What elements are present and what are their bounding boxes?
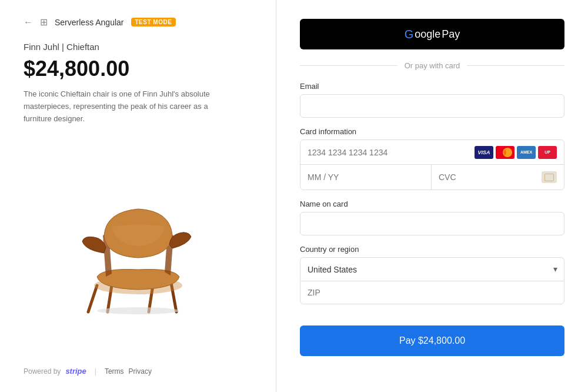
- powered-by-text: Powered by: [24, 367, 61, 376]
- country-select-wrapper: United States ▾: [300, 257, 564, 281]
- left-panel: ← ⊞ Serverless Angular TEST MODE Finn Ju…: [0, 0, 276, 392]
- right-panel: Google Pay Or pay with card Email Card i…: [276, 0, 588, 392]
- email-group: Email: [300, 82, 564, 118]
- svg-point-7: [503, 148, 512, 157]
- email-label: Email: [300, 82, 564, 91]
- svg-line-0: [88, 285, 97, 312]
- stripe-logo: stripe: [65, 367, 86, 376]
- terms-link[interactable]: Terms: [105, 367, 124, 376]
- pay-text: oogle: [415, 28, 440, 41]
- card-info-box: VISA AMEX UP: [300, 139, 564, 190]
- back-button[interactable]: ←: [24, 17, 33, 28]
- product-image-container: [24, 137, 252, 357]
- g-blue: G: [405, 28, 414, 41]
- unionpay-icon: UP: [538, 146, 557, 159]
- card-number-input[interactable]: [308, 148, 475, 157]
- country-group: Country or region United States ▾: [300, 245, 564, 304]
- pay-button[interactable]: Pay $24,800.00: [300, 325, 564, 356]
- name-group: Name on card: [300, 200, 564, 235]
- divider-right: [467, 65, 564, 66]
- cvc-chip-icon: [542, 171, 557, 183]
- pay-label: Pay: [442, 28, 460, 41]
- privacy-link[interactable]: Privacy: [129, 367, 152, 376]
- card-bottom-row: [300, 165, 564, 190]
- amex-icon: AMEX: [517, 146, 536, 159]
- gpay-logo: Google Pay: [405, 28, 460, 41]
- product-price: $24,800.00: [24, 57, 252, 81]
- mastercard-icon: [496, 146, 514, 159]
- cvc-input[interactable]: [439, 165, 542, 190]
- cvc-row: [432, 165, 564, 190]
- test-mode-badge: TEST MODE: [131, 18, 176, 26]
- gpay-button[interactable]: Google Pay: [300, 19, 564, 49]
- footer-divider: |: [95, 367, 96, 376]
- nav-bar: ← ⊞ Serverless Angular TEST MODE: [24, 16, 252, 28]
- name-label: Name on card: [300, 200, 564, 208]
- divider-row: Or pay with card: [300, 61, 564, 70]
- zip-input[interactable]: [300, 281, 564, 304]
- card-info-group: Card information VISA AMEX UP: [300, 127, 564, 190]
- card-icons: VISA AMEX UP: [475, 146, 557, 159]
- email-input[interactable]: [300, 94, 564, 118]
- expiry-input[interactable]: [300, 165, 432, 190]
- card-number-row: VISA AMEX UP: [300, 140, 564, 165]
- country-label: Country or region: [300, 245, 564, 254]
- divider-text: Or pay with card: [405, 61, 460, 70]
- visa-icon: VISA: [475, 146, 493, 159]
- left-footer: Powered by stripe | Terms Privacy: [24, 357, 252, 376]
- name-input[interactable]: [300, 212, 564, 235]
- product-name: Finn Juhl | Chieftan: [24, 42, 252, 52]
- product-description: The iconic Chieftain chair is one of Fin…: [24, 88, 229, 125]
- svg-point-5: [97, 307, 179, 314]
- grid-icon: ⊞: [40, 16, 48, 28]
- app-title: Serverless Angular: [55, 18, 124, 27]
- divider-left: [300, 65, 397, 66]
- card-info-label: Card information: [300, 127, 564, 136]
- country-select[interactable]: United States: [300, 257, 564, 281]
- product-image: [62, 177, 215, 318]
